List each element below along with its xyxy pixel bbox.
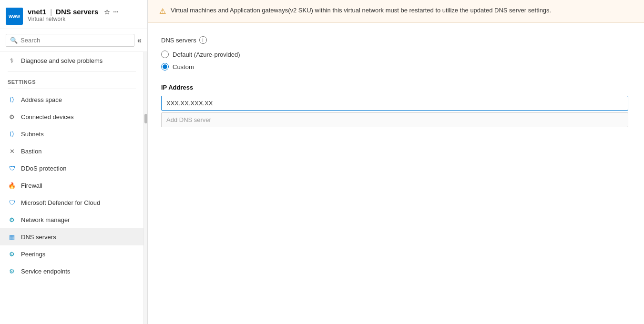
service-endpoints-icon: ⚙ [8,267,16,275]
network-manager-icon: ⚙ [8,215,16,224]
default-label: Default (Azure-provided) [173,51,240,58]
search-input[interactable] [20,37,130,44]
connected-devices-icon: ⚙ [8,112,16,121]
dns-servers-label: DNS servers [21,233,56,241]
dns-settings-section: DNS servers i Default (Azure-provided) C… [148,23,644,141]
defender-icon: 🛡 [8,198,16,207]
more-options-icon[interactable]: ··· [113,8,119,16]
sidebar-nav: ⚕ Diagnose and solve problems Settings ⟨… [0,52,143,324]
favorite-icon[interactable]: ☆ [104,8,110,16]
add-dns-input[interactable] [161,112,628,127]
sidebar-item-connected-devices[interactable]: ⚙ Connected devices [0,108,143,125]
resource-type: Virtual network [28,16,119,22]
search-box[interactable]: 🔍 [6,34,134,47]
ddos-icon: 🛡 [8,164,16,172]
sidebar-item-address-space[interactable]: ⟨⟩ Address space [0,91,143,108]
custom-label: Custom [173,63,194,71]
sidebar-item-bastion[interactable]: ✕ Bastion [0,142,143,160]
sidebar-header: www vnet1 | DNS servers ☆ ··· Virtual ne… [0,0,147,29]
peerings-label: Peerings [21,251,45,258]
subnets-label: Subnets [21,131,44,138]
custom-radio[interactable] [161,63,169,71]
diagnose-icon: ⚕ [8,56,16,65]
defender-label: Microsoft Defender for Cloud [21,199,100,206]
radio-option-custom[interactable]: Custom [161,63,631,71]
sidebar-item-ddos[interactable]: 🛡 DDoS protection [0,160,143,177]
ip-address-input[interactable] [161,96,628,111]
diagnose-label: Diagnose and solve problems [21,57,102,64]
sidebar-item-network-manager[interactable]: ⚙ Network manager [0,211,143,228]
dns-radio-group: Default (Azure-provided) Custom [161,51,631,71]
sidebar-item-dns-servers[interactable]: ▦ DNS servers [0,228,143,245]
divider [8,71,136,71]
dns-servers-icon: ▦ [8,233,16,241]
sidebar-item-service-endpoints[interactable]: ⚙ Service endpoints [0,263,143,280]
address-space-icon: ⟨⟩ [8,95,16,104]
main-content: ⚠ Virtual machines and Application gatew… [148,0,644,324]
dns-servers-label: DNS servers [161,37,196,44]
bastion-label: Bastion [21,148,41,155]
warning-banner: ⚠ Virtual machines and Application gatew… [148,0,644,23]
firewall-label: Firewall [21,182,42,189]
app-logo: www [6,8,23,25]
warning-icon: ⚠ [159,7,166,16]
page-title: vnet1 | DNS servers ☆ ··· [28,8,119,16]
connected-devices-label: Connected devices [21,113,74,121]
sidebar: www vnet1 | DNS servers ☆ ··· Virtual ne… [0,0,148,324]
dns-label-row: DNS servers i [161,36,631,44]
radio-option-default[interactable]: Default (Azure-provided) [161,51,631,58]
dns-info-icon[interactable]: i [199,36,207,44]
sidebar-item-defender[interactable]: 🛡 Microsoft Defender for Cloud [0,194,143,211]
settings-divider [8,89,136,89]
ddos-label: DDoS protection [21,165,66,172]
collapse-sidebar-button[interactable]: « [137,36,142,45]
firewall-icon: 🔥 [8,181,16,190]
sidebar-item-diagnose[interactable]: ⚕ Diagnose and solve problems [0,52,143,69]
title-group: vnet1 | DNS servers ☆ ··· Virtual networ… [28,8,119,22]
search-icon: 🔍 [10,37,18,44]
warning-text: Virtual machines and Application gateway… [171,7,551,14]
service-endpoints-label: Service endpoints [21,268,70,275]
subnets-icon: ⟨⟩ [8,130,16,138]
address-space-label: Address space [21,96,62,103]
sidebar-item-subnets[interactable]: ⟨⟩ Subnets [0,125,143,142]
scroll-track [143,52,147,324]
ip-address-title: IP Address [161,84,631,91]
sidebar-item-peerings[interactable]: ⚙ Peerings [0,245,143,263]
peerings-icon: ⚙ [8,250,16,258]
sidebar-item-firewall[interactable]: 🔥 Firewall [0,177,143,194]
settings-section-label: Settings [0,73,143,87]
default-radio[interactable] [161,51,169,58]
title-actions: ☆ ··· [104,8,119,16]
ip-address-section: IP Address [161,84,631,127]
network-manager-label: Network manager [21,216,70,223]
search-container: 🔍 « [0,29,147,52]
scroll-thumb[interactable] [144,114,147,123]
bastion-icon: ✕ [8,147,16,155]
